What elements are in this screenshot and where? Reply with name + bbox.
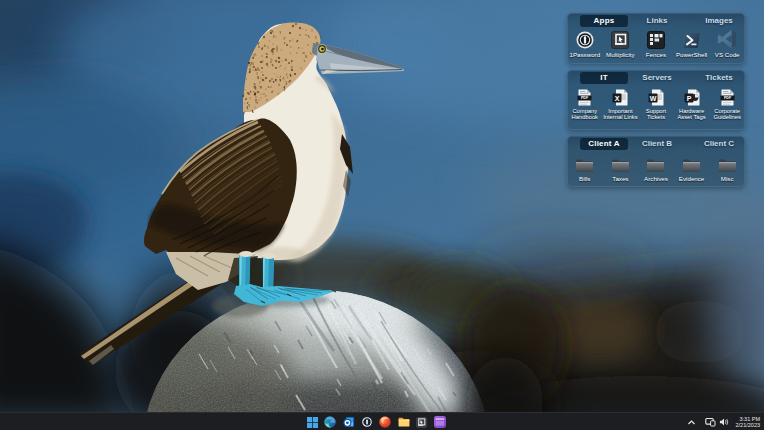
svg-text:P: P (686, 95, 691, 102)
svg-text:X: X (615, 95, 620, 102)
svg-text:PDF: PDF (724, 96, 732, 100)
svg-text:PDF: PDF (581, 96, 589, 100)
svg-text:W: W (650, 95, 657, 102)
